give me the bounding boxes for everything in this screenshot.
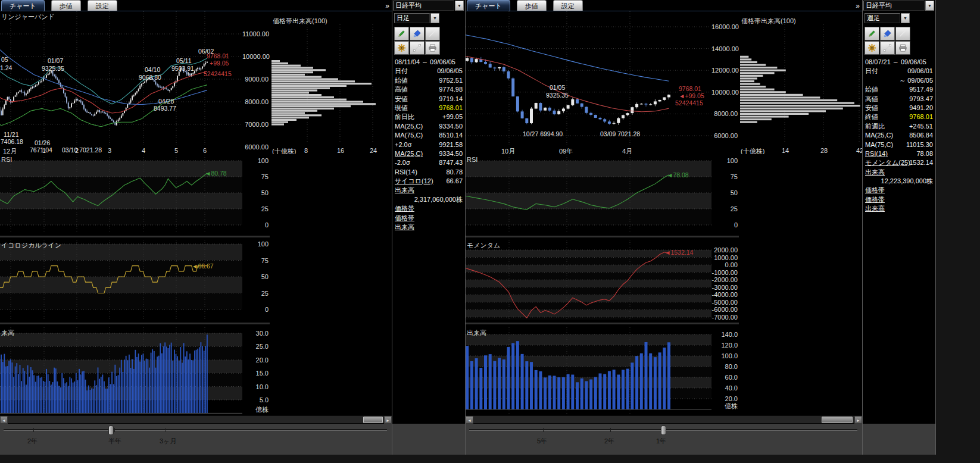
R-volume-panel-plot[interactable] <box>466 327 711 414</box>
level-label: 50 <box>242 189 269 196</box>
left-chart-section: チャート 歩値 設定 » リンジャーバンド11000.0010000.00900… <box>0 0 392 455</box>
level-label: 25 <box>242 205 269 212</box>
profile-tick-label: 28 <box>820 147 828 154</box>
right-info-panel: 日経平均 ▼ 週足 ▼ 08/07/21 ～ 09/06/05日付09/06/0… <box>862 0 936 455</box>
left-chart-area: リンジャーバンド11000.0010000.009000.008000.0070… <box>0 11 392 424</box>
left-symbol-dropdown-icon[interactable]: ▼ <box>455 1 464 11</box>
level-label: 140.0 <box>711 331 738 338</box>
row-label: 日付 <box>395 67 408 76</box>
right-tab-settings[interactable]: 設定 <box>553 0 583 11</box>
level-label: 40.0 <box>711 384 738 392</box>
right-period-dropdown-icon[interactable]: ▼ <box>901 13 910 23</box>
row-label[interactable]: 出来高 <box>865 204 885 213</box>
profile-tick-label: 24 <box>370 147 377 154</box>
L-profile-plot[interactable] <box>271 11 391 146</box>
level-label: -7000.00 <box>711 314 738 320</box>
range-thumb[interactable] <box>661 426 666 435</box>
R-profile-plot[interactable] <box>740 11 862 146</box>
chart-annotation: ◄+99.05 <box>679 93 704 99</box>
row-label[interactable]: 価格帯 <box>395 204 414 213</box>
row-label[interactable]: 出来高 <box>865 168 885 177</box>
row-label[interactable]: 価格帯 <box>395 214 414 223</box>
left-tab-chart[interactable]: チャート <box>1 0 45 11</box>
range-track[interactable] <box>4 429 387 431</box>
weekly-candlestick-chart[interactable] <box>466 11 711 146</box>
right-symbol-value[interactable]: 日経平均 <box>863 1 925 11</box>
left-tab-overflow-icon[interactable]: » <box>385 2 389 10</box>
indicator-marker: ◄80.78 <box>205 170 227 177</box>
row-label[interactable]: 出来高 <box>395 223 414 232</box>
scroll-thumb[interactable] <box>363 417 383 423</box>
L-pane-splitter[interactable] <box>0 323 270 324</box>
left-period-dropdown-icon[interactable]: ▼ <box>430 13 439 23</box>
L-rsi-panel-plot[interactable] <box>0 155 242 233</box>
right-period-value[interactable]: 週足 <box>864 13 900 23</box>
R-rsi-panel-title: RSI <box>467 156 477 163</box>
info-row: 前日比+99.05 <box>394 112 464 121</box>
row-label[interactable]: サイコロ(12) <box>395 177 433 186</box>
R-pane-splitter[interactable] <box>466 323 739 324</box>
scroll-thumb[interactable] <box>822 417 853 423</box>
level-label: 100.0 <box>711 352 738 359</box>
y-axis-label: 8000.00 <box>242 98 269 105</box>
right-tab-overflow-icon[interactable]: » <box>856 2 859 10</box>
gear-button[interactable] <box>394 41 409 55</box>
R-rsi-panel-plot[interactable] <box>466 155 711 233</box>
brush-button[interactable] <box>410 27 425 40</box>
row-label[interactable]: モメンタム(25) <box>865 158 910 167</box>
L-horizontal-scrollbar[interactable]: ◄► <box>0 415 392 423</box>
printer-button[interactable] <box>895 41 910 55</box>
info-row: +2.0σ9921.58 <box>394 140 464 149</box>
trendline-button[interactable] <box>410 41 425 55</box>
row-value: 9921.58 <box>439 140 463 149</box>
row-value: 9334.50 <box>439 122 463 131</box>
scroll-left-button[interactable]: ◄ <box>466 416 473 424</box>
left-period-value[interactable]: 日足 <box>394 13 430 23</box>
row-label: 終値 <box>865 112 878 121</box>
row-label[interactable]: RSI(14) <box>865 149 888 158</box>
line-button[interactable] <box>895 27 910 40</box>
brush-icon <box>883 29 892 38</box>
profile-tick-label: 14 <box>782 147 789 154</box>
printer-button[interactable] <box>425 41 440 55</box>
right-symbol-dropdown-icon[interactable]: ▼ <box>925 1 934 11</box>
row-label[interactable]: 価格帯 <box>865 186 885 195</box>
left-symbol-value[interactable]: 日経平均 <box>393 1 454 11</box>
pencil-icon <box>867 29 876 38</box>
R-horizontal-scrollbar[interactable]: ◄► <box>466 415 862 423</box>
left-tab-settings[interactable]: 設定 <box>88 0 117 11</box>
brush-button[interactable] <box>880 27 895 40</box>
range-thumb[interactable] <box>108 426 114 435</box>
L-volume-panel-plot[interactable] <box>0 327 242 414</box>
right-tab-chart[interactable]: チャート <box>467 0 510 11</box>
chart-annotation: 01/26 <box>35 140 50 146</box>
L-pane-splitter[interactable] <box>0 236 270 237</box>
row-label[interactable]: 価格帯 <box>865 195 885 204</box>
pencil-button[interactable] <box>394 27 409 40</box>
brush-icon <box>413 29 422 38</box>
R-pane-splitter[interactable] <box>466 236 739 237</box>
row-value: 9491.20 <box>909 104 933 112</box>
scroll-right-button[interactable]: ► <box>854 416 862 424</box>
trendline-button[interactable] <box>880 41 895 55</box>
row-label[interactable]: 出来高 <box>395 186 414 195</box>
daily-candlestick-chart[interactable] <box>0 11 242 146</box>
pencil-button[interactable] <box>864 27 879 40</box>
row-label[interactable]: MA(25,C) <box>395 149 423 158</box>
left-tab-quotes[interactable]: 歩値 <box>51 0 81 11</box>
row-label: 安値 <box>395 95 408 104</box>
gear-button[interactable] <box>864 41 879 55</box>
right-tab-quotes[interactable]: 歩値 <box>517 0 547 11</box>
row-value: +99.05 <box>442 112 463 121</box>
y-axis-label: 6000.00 <box>242 143 269 151</box>
row-label: MA(25,C) <box>865 131 893 140</box>
L-psychological-panel-plot[interactable] <box>0 240 242 320</box>
row-label: 現値 <box>395 104 408 112</box>
y-axis-label: 14000.00 <box>711 45 738 52</box>
right-quote-rows: 08/07/21 ～ 09/06/05日付09/06/01～ 09/06/05始… <box>864 58 934 214</box>
scroll-right-button[interactable]: ► <box>384 416 392 424</box>
line-button[interactable] <box>425 27 440 40</box>
x-axis-label: 3 <box>108 147 111 154</box>
scroll-left-button[interactable]: ◄ <box>0 416 8 424</box>
info-row: 日付09/06/01 <box>864 67 934 76</box>
